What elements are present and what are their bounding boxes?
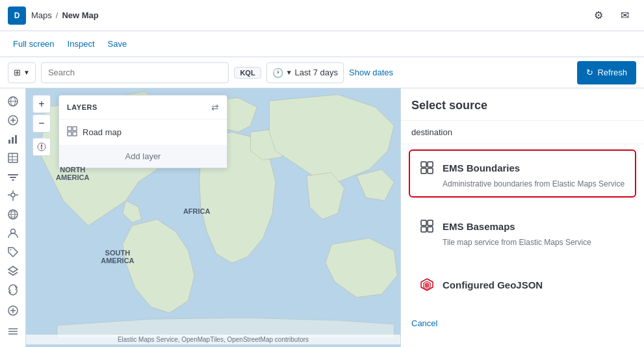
map-controls: + − [32,95,51,156]
time-range-label: Last 7 days [295,68,339,77]
ems-boundaries-icon [418,159,436,177]
settings-icon: ⚙ [594,9,603,21]
ems-boundaries-header: EMS Boundaries [418,159,627,177]
breadcrumb-current: New Map [62,10,98,20]
svg-rect-43 [428,162,433,167]
toolbar: ⊞ ▼ KQL 🕐 ▼ Last 7 days Show dates ↻ Ref… [0,57,644,88]
sidebar-icon-location[interactable] [3,188,23,204]
top-bar-icons: ⚙ ✉ [587,4,636,27]
refresh-icon: ↻ [586,68,593,77]
search-input[interactable] [41,62,229,83]
source-item-ems-basemaps[interactable]: EMS Basemaps Tile map service from Elast… [409,208,636,256]
svg-point-16 [11,193,15,197]
sidebar-icon-maps[interactable] [3,94,23,110]
ems-basemaps-header: EMS Basemaps [418,217,627,235]
svg-rect-13 [8,174,18,175]
sort-icon[interactable]: ⇄ [211,102,219,112]
top-bar: D Maps / New Map ⚙ ✉ [0,0,644,31]
sidebar-icon-filter[interactable] [3,169,23,185]
ems-basemaps-icon [418,217,436,235]
svg-marker-37 [41,147,43,150]
svg-rect-45 [428,168,433,174]
view-toggle-icon: ⊞ [14,68,21,77]
breadcrumb-separator: / [56,10,58,20]
sidebar-icon-tag[interactable] [3,244,23,260]
source-item-configured-geojson[interactable]: Configured GeoJSON [409,266,636,305]
layer-name-road-map: Road map [83,127,122,137]
svg-rect-41 [73,132,77,136]
compass-button[interactable] [32,138,51,156]
breadcrumb: Maps / New Map [31,10,99,20]
svg-rect-46 [421,220,426,225]
layers-header: LAYERS ⇄ [59,96,227,120]
sidebar-icon-chart[interactable] [3,131,23,148]
sidebar-icon-plus-bottom[interactable] [3,300,23,321]
ems-boundaries-desc: Administrative boundaries from Elastic M… [443,179,627,188]
svg-rect-9 [8,153,18,162]
nav-bar: Full screen Inspect Save [0,31,644,57]
right-panel-header: Select source [401,88,644,121]
layer-grid-icon [67,126,77,138]
clock-icon: 🕐 [272,68,283,78]
save-link[interactable]: Save [103,36,133,51]
map-label-north-america: NORTHAMERICA [56,166,89,181]
svg-rect-39 [73,127,77,131]
logo-area: D Maps / New Map [8,6,99,25]
svg-rect-40 [68,132,71,136]
svg-rect-48 [421,227,426,232]
show-dates-button[interactable]: Show dates [349,68,393,77]
sidebar [0,88,26,347]
inspect-link[interactable]: Inspect [62,36,100,51]
svg-rect-6 [8,140,10,144]
svg-rect-49 [428,227,433,232]
app-logo: D [8,6,26,25]
breadcrumb-parent: Maps [31,10,52,20]
source-item-ems-boundaries[interactable]: EMS Boundaries Administrative boundaries… [409,149,636,198]
view-toggle[interactable]: ⊞ ▼ [8,62,36,83]
destination-row: destination [401,121,644,144]
configured-geojson-icon [418,276,436,294]
svg-rect-44 [421,168,426,174]
sidebar-icon-user[interactable] [3,225,23,241]
svg-rect-42 [421,162,426,167]
layers-title: LAYERS [67,103,97,111]
ems-boundaries-title: EMS Boundaries [443,162,520,174]
ems-basemaps-title: EMS Basemaps [443,221,515,232]
map-area[interactable]: + − LAYERS ⇄ [26,88,400,347]
sidebar-icon-layers[interactable] [3,263,23,279]
svg-rect-47 [428,220,433,225]
fullscreen-link[interactable]: Full screen [8,36,60,51]
refresh-button[interactable]: ↻ Refresh [577,61,636,84]
sidebar-icon-refresh[interactable] [3,281,23,298]
settings-button[interactable]: ⚙ [587,4,610,27]
configured-geojson-title: Configured GeoJSON [443,279,543,290]
mail-button[interactable]: ✉ [613,4,636,27]
ems-basemaps-desc: Tile map service from Elastic Maps Servi… [443,238,627,247]
layer-item-road-map[interactable]: Road map [59,120,227,145]
svg-rect-7 [12,137,14,144]
main-content: + − LAYERS ⇄ [0,88,644,347]
kql-badge[interactable]: KQL [234,67,261,79]
sidebar-icon-table[interactable] [3,150,23,166]
map-label-south-america: SOUTHAMERICA [101,249,134,264]
svg-rect-15 [12,179,14,181]
chevron-down-icon2: ▼ [286,69,292,76]
configured-geojson-header: Configured GeoJSON [418,276,627,294]
svg-rect-8 [15,135,17,144]
time-filter[interactable]: 🕐 ▼ Last 7 days [266,62,344,83]
svg-rect-14 [10,177,16,178]
svg-marker-36 [41,144,43,147]
right-panel: Select source destination EMS Boundaries… [400,88,644,347]
map-label-africa: AFRICA [183,207,211,215]
chevron-down-icon: ▼ [23,69,30,76]
zoom-in-button[interactable]: + [32,95,51,113]
cancel-button[interactable]: Cancel [411,316,634,331]
add-layer-button[interactable]: Add layer [59,145,227,168]
svg-rect-38 [68,127,71,131]
sidebar-bottom [3,300,23,342]
sidebar-icon-menu[interactable] [3,321,23,342]
sidebar-icon-plus[interactable] [3,112,23,129]
zoom-out-button[interactable]: − [32,114,51,133]
svg-point-27 [10,249,11,250]
sidebar-icon-globe[interactable] [3,206,23,222]
